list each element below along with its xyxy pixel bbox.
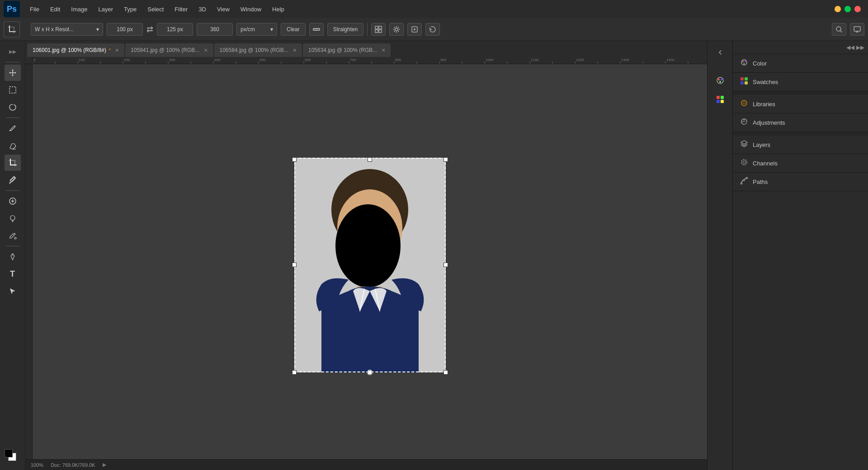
height-input[interactable] <box>157 23 193 36</box>
canvas-area: 106001.jpg @ 100% (RGB/8#) * × 105941.jp… <box>25 41 707 470</box>
tab-4-name: 105634.jpg @ 100% (RGB... <box>308 47 377 53</box>
overlay-options-icon[interactable] <box>371 23 386 36</box>
svg-text:200: 200 <box>124 58 130 62</box>
swatches-panel-section: Swatches <box>733 73 868 91</box>
panel-collapse-icon[interactable] <box>712 44 728 61</box>
channels-panel-header[interactable]: Channels <box>733 154 868 172</box>
menu-help[interactable]: Help <box>268 4 289 14</box>
handle-top-middle[interactable] <box>368 157 372 162</box>
status-arrow[interactable]: ▶ <box>103 462 106 468</box>
handle-middle-right[interactable] <box>443 263 448 267</box>
canvas-workspace[interactable] <box>33 64 707 459</box>
crop-settings-icon[interactable] <box>389 23 404 36</box>
svg-point-69 <box>721 79 722 80</box>
adjustments-panel-section: Adjustments <box>733 113 868 132</box>
brush-tool-btn[interactable] <box>5 120 21 136</box>
vertical-ruler <box>25 64 33 459</box>
svg-point-65 <box>335 204 401 287</box>
path-selection-tool-btn[interactable] <box>5 283 21 299</box>
handle-top-left[interactable] <box>292 157 297 162</box>
type-tool-btn[interactable]: T <box>5 266 21 282</box>
clone-stamp-tool-btn[interactable] <box>5 210 21 226</box>
menu-edit[interactable]: Edit <box>46 4 65 14</box>
menu-bar: Ps File Edit Image Layer Type Select Fil… <box>0 0 868 18</box>
svg-text:1400: 1400 <box>666 58 675 62</box>
paint-bucket-tool-btn[interactable] <box>5 227 21 244</box>
swatches-panel-strip-icon[interactable] <box>712 91 728 108</box>
handle-top-right[interactable] <box>443 157 448 162</box>
tab-3-close[interactable]: × <box>293 47 297 54</box>
menu-3d[interactable]: 3D <box>194 4 211 14</box>
svg-rect-9 <box>854 27 860 31</box>
tab-1[interactable]: 106001.jpg @ 100% (RGB/8#) * × <box>27 43 124 57</box>
tab-4-close[interactable]: × <box>382 47 385 54</box>
panel-empty-space <box>733 191 868 470</box>
layers-panel-header[interactable]: Layers <box>733 136 868 154</box>
width-input[interactable] <box>107 23 143 36</box>
search-icon[interactable] <box>832 23 846 36</box>
menu-layer[interactable]: Layer <box>94 4 118 14</box>
color-panel-strip-icon[interactable] <box>712 72 728 89</box>
straighten-button[interactable]: Straighten <box>327 23 364 36</box>
minimize-button[interactable] <box>835 6 841 12</box>
crop-tool-icon[interactable] <box>4 21 20 38</box>
handle-middle-left[interactable] <box>292 263 297 267</box>
adjustments-panel-header[interactable]: Adjustments <box>733 113 868 132</box>
adjustments-panel-icon <box>740 118 748 127</box>
swatches-panel-header[interactable]: Swatches <box>733 73 868 91</box>
eyedropper-tool-btn[interactable] <box>5 172 21 188</box>
svg-point-89 <box>744 180 745 181</box>
swap-dimensions-icon[interactable]: ⇄ <box>146 24 153 34</box>
tab-1-close[interactable]: × <box>115 47 119 54</box>
handle-bottom-left[interactable] <box>292 370 297 375</box>
menu-select[interactable]: Select <box>143 4 168 14</box>
tab-2-close[interactable]: × <box>204 47 208 54</box>
eraser-tool-btn[interactable] <box>5 137 21 154</box>
panel-collapse-right-btn[interactable]: ▶▶ <box>856 43 864 52</box>
move-tool-btn[interactable] <box>5 65 21 81</box>
healing-tool-btn[interactable] <box>5 193 21 209</box>
close-button[interactable] <box>854 6 861 12</box>
svg-point-83 <box>741 100 747 106</box>
menu-file[interactable]: File <box>25 4 44 14</box>
reset-crop-icon[interactable] <box>425 23 440 36</box>
menu-view[interactable]: View <box>212 4 234 14</box>
dimension-preset-dropdown[interactable]: W x H x Resol... ▾ <box>31 23 103 36</box>
paths-panel-header[interactable]: Paths <box>733 173 868 191</box>
pen-tool-btn[interactable] <box>5 249 21 265</box>
menu-window[interactable]: Window <box>236 4 266 14</box>
right-area: ◀◀ ▶▶ Color <box>707 41 868 470</box>
unit-dropdown[interactable]: px/cm ▾ <box>236 23 277 36</box>
handle-bottom-right[interactable] <box>443 370 448 375</box>
libraries-panel-header[interactable]: Libraries <box>733 95 868 113</box>
svg-rect-2 <box>375 26 378 29</box>
tab-4[interactable]: 105634.jpg @ 100% (RGB... × <box>303 43 391 57</box>
tab-3[interactable]: 106584.jpg @ 100% (RGB... × <box>214 43 302 57</box>
zoom-level: 100% <box>31 462 43 468</box>
marquee-tool-btn[interactable] <box>5 82 21 98</box>
tab-2[interactable]: 105941.jpg @ 100% (RGB... × <box>125 43 213 57</box>
maximize-button[interactable] <box>844 6 851 12</box>
tab-2-name: 105941.jpg @ 100% (RGB... <box>131 47 199 53</box>
svg-text:0: 0 <box>33 58 36 62</box>
color-swatches[interactable] <box>5 449 21 465</box>
clear-button[interactable]: Clear <box>281 23 306 36</box>
menu-type[interactable]: Type <box>119 4 141 14</box>
menu-image[interactable]: Image <box>66 4 92 14</box>
content-aware-icon[interactable] <box>407 23 422 36</box>
center-pivot[interactable] <box>367 370 373 375</box>
svg-text:400: 400 <box>214 58 221 62</box>
straighten-icon[interactable] <box>309 23 324 36</box>
screen-mode-icon[interactable] <box>850 23 864 36</box>
toolbar-expand-btn[interactable]: ▶▶ <box>5 43 21 60</box>
status-doc-info: Doc: 769.0K/769.0K <box>51 462 95 468</box>
crop-tool-btn[interactable] <box>5 155 21 171</box>
panel-collapse-left-btn[interactable]: ◀◀ <box>846 43 854 52</box>
lasso-tool-btn[interactable] <box>5 99 21 115</box>
svg-text:100: 100 <box>79 58 85 62</box>
resolution-input[interactable] <box>197 23 233 36</box>
color-panel-header[interactable]: Color <box>733 54 868 72</box>
canvas-row <box>25 64 707 459</box>
svg-point-78 <box>743 63 745 65</box>
menu-filter[interactable]: Filter <box>170 4 192 14</box>
